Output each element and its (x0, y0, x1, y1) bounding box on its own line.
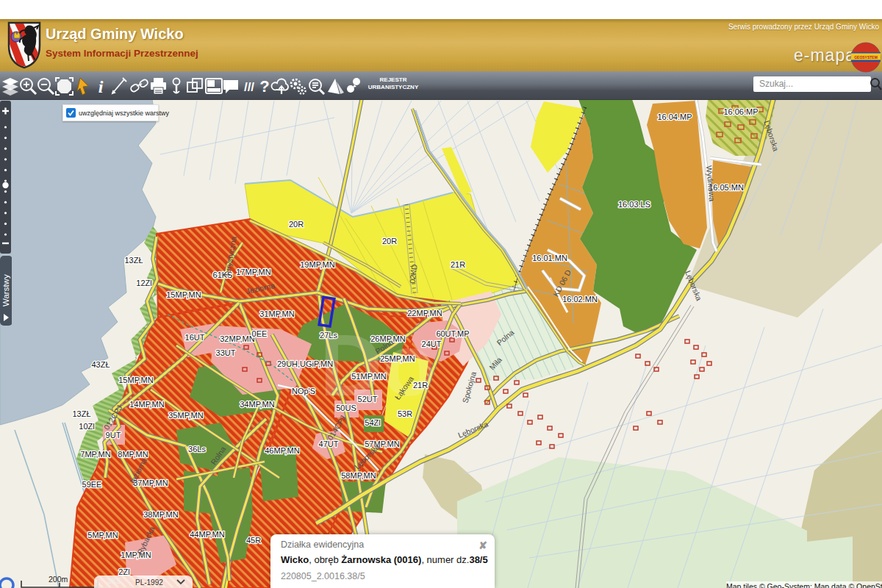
svg-text:25MP,MN: 25MP,MN (380, 354, 415, 363)
svg-text:5MP,MN: 5MP,MN (87, 531, 118, 539)
svg-text:19MP,MN: 19MP,MN (300, 260, 335, 269)
svg-text:15MP,MN: 15MP,MN (118, 376, 154, 384)
svg-text:43ZŁ: 43ZŁ (91, 360, 110, 369)
svg-text:22MP,MN: 22MP,MN (407, 309, 442, 318)
svg-text:16UT: 16UT (185, 333, 205, 342)
svg-text:47UT: 47UT (319, 440, 339, 448)
svg-text:13ZŁ: 13ZŁ (124, 256, 143, 265)
svg-text:14MP,MN: 14MP,MN (129, 400, 165, 409)
svg-text:27Ls: 27Ls (320, 331, 337, 340)
svg-text:16.04.MP: 16.04.MP (657, 112, 692, 121)
svg-text:31MP,MN: 31MP,MN (259, 309, 295, 318)
svg-text:0EE: 0EE (252, 329, 268, 338)
svg-text:51MP,MN: 51MP,MN (351, 372, 387, 381)
svg-text:50US: 50US (336, 404, 356, 412)
svg-text:17MP,MN: 17MP,MN (236, 268, 271, 276)
svg-text:9UT: 9UT (106, 431, 121, 440)
svg-text:24UT: 24UT (422, 340, 442, 348)
svg-text:60UT,MP: 60UT,MP (436, 329, 469, 338)
svg-text:45R: 45R (246, 536, 261, 545)
svg-text:46MP,MN: 46MP,MN (265, 446, 300, 455)
svg-text:44MP,MN: 44MP,MN (190, 530, 225, 539)
svg-text:16.01.MN: 16.01.MN (532, 254, 567, 262)
svg-text:37MP,MN: 37MP,MN (133, 478, 168, 487)
svg-text:53R: 53R (398, 409, 412, 418)
svg-text:16.03.LS: 16.03.LS (618, 200, 650, 209)
svg-text:59EE: 59EE (82, 480, 102, 489)
svg-text:NOp'S: NOp'S (292, 387, 315, 395)
svg-text:52UT: 52UT (358, 395, 378, 404)
svg-text:12Zl: 12Zl (136, 279, 151, 287)
svg-text:10Zl: 10Zl (79, 422, 94, 431)
svg-text:?: ? (259, 77, 269, 96)
svg-text:16.06.MP: 16.06.MP (723, 107, 758, 116)
svg-text:Warstwy: Warstwy (1, 274, 10, 306)
svg-text:34MP,MN: 34MP,MN (240, 400, 275, 409)
svg-text:33UT: 33UT (216, 348, 236, 357)
svg-text:38MP,MN: 38MP,MN (143, 510, 179, 519)
svg-text:21R: 21R (451, 260, 465, 269)
svg-text:7MP,MN: 7MP,MN (80, 450, 110, 459)
svg-text:36Ls: 36Ls (188, 445, 206, 453)
svg-text:35MP,MN: 35MP,MN (168, 411, 204, 420)
svg-text:8MP,MN: 8MP,MN (118, 450, 148, 459)
svg-text:15MP,MN: 15MP,MN (166, 290, 201, 299)
svg-text:13ZŁ: 13ZŁ (72, 409, 90, 418)
svg-text:i: i (98, 77, 104, 96)
svg-text:58MP,MN: 58MP,MN (341, 471, 376, 480)
svg-text:21R: 21R (413, 381, 428, 390)
svg-text:16.02.MN: 16.02.MN (562, 295, 598, 304)
svg-text:54Zl: 54Zl (365, 418, 380, 427)
svg-text:GEOSYSTEM: GEOSYSTEM (854, 55, 878, 60)
svg-text:20R: 20R (289, 220, 304, 229)
svg-text:29UH,UGiP,MN: 29UH,UGiP,MN (277, 359, 333, 368)
svg-text:20R: 20R (382, 237, 397, 245)
svg-text:32MP,MN: 32MP,MN (220, 334, 255, 343)
